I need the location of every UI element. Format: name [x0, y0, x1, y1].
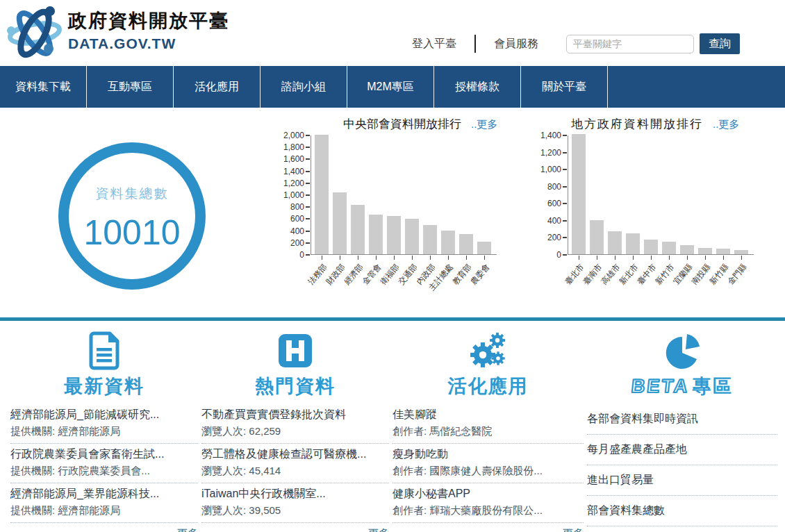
- item-subtitle: 提供機關: 經濟部能源局: [10, 423, 198, 439]
- item-subtitle: 創作者: 輝瑞大藥廠股份有限公...: [392, 502, 584, 518]
- chart-more-link[interactable]: ..更多: [471, 118, 497, 131]
- hospital-icon: [201, 331, 389, 371]
- search-input[interactable]: [566, 35, 694, 53]
- x-tick-mark: [597, 256, 597, 260]
- bar: [734, 250, 748, 254]
- column-hot-data: 熱門資料 不動產買賣實價登錄批次資料 瀏覽人次: 62,259 勞工體格及健康檢…: [201, 331, 389, 532]
- atom-logo-icon: [6, 3, 64, 63]
- y-tick-mark: [306, 183, 310, 184]
- beta-wordmark: BETA: [631, 376, 691, 397]
- y-tick-label: 1,000: [283, 190, 304, 200]
- bar: [477, 242, 491, 254]
- item-title[interactable]: 經濟部能源局_節能減碳研究...: [10, 406, 198, 423]
- item-title[interactable]: 勞工體格及健康檢查認可醫療機...: [201, 446, 389, 463]
- login-link[interactable]: 登入平臺: [412, 37, 456, 51]
- section-title-beta: BETA專區: [587, 374, 777, 399]
- item-title[interactable]: 經濟部能源局_業界能源科技...: [10, 485, 198, 502]
- y-tick-label: 200: [290, 238, 304, 248]
- chart-title: 中央部會資料開放排行: [343, 116, 461, 132]
- chart-more-link[interactable]: ..更多: [713, 118, 739, 131]
- item-subtitle: 提供機關: 經濟部能源局: [10, 502, 198, 518]
- nav-item-interactive[interactable]: 互動專區: [87, 66, 174, 108]
- x-tick-mark: [466, 256, 467, 260]
- more-link-latest[interactable]: 更多: [10, 527, 198, 532]
- x-category-label: 衛福部: [378, 262, 402, 287]
- y-tick-label: 400: [290, 226, 304, 236]
- plot-area: 法務部財政部經濟部金管會衛福部交通部內政部主計總處教育部農委會: [311, 135, 497, 255]
- y-tick-mark: [306, 194, 310, 196]
- y-tick-mark: [563, 254, 567, 256]
- x-category-label: 經濟部: [342, 262, 365, 287]
- x-tick-mark: [669, 256, 670, 260]
- nav-item-advisory[interactable]: 諮詢小組: [261, 66, 347, 108]
- x-tick-mark: [687, 256, 688, 260]
- x-category-label: 農委會: [468, 262, 492, 287]
- x-tick-mark: [741, 256, 742, 260]
- list-item: 各部會資料集即時資訊: [587, 404, 777, 435]
- list-item: 勞工體格及健康檢查認可醫療機... 瀏覽人次: 45,414: [201, 444, 389, 483]
- bar: [716, 249, 730, 254]
- bar: [608, 231, 622, 254]
- header-actions: 登入平臺 會員服務 查詢: [412, 33, 740, 54]
- item-title[interactable]: 佳美腳蹤: [392, 406, 584, 423]
- brand: 政府資料開放平臺 DATA.GOV.TW: [68, 8, 229, 52]
- search-button[interactable]: 查詢: [700, 33, 740, 54]
- bar: [387, 216, 401, 254]
- site-logo-icon[interactable]: [6, 3, 64, 63]
- list-item: 每月盛產農產品產地: [587, 435, 777, 465]
- bar: [626, 233, 640, 254]
- y-tick-label: 200: [547, 233, 561, 242]
- bar: [369, 215, 383, 254]
- site-subtitle: DATA.GOV.TW: [68, 35, 229, 52]
- x-category-label: 財政部: [324, 262, 347, 287]
- main-nav: 資料集下載 互動專區 活化應用 諮詢小組 M2M專區 授權條款 關於平臺: [0, 66, 785, 108]
- x-tick-mark: [358, 256, 358, 260]
- bar: [680, 245, 694, 255]
- nav-item-datasets[interactable]: 資料集下載: [0, 66, 87, 108]
- y-tick-label: 1,800: [283, 142, 304, 152]
- item-title[interactable]: 每月盛產農產品產地: [587, 441, 777, 458]
- item-title[interactable]: 部會資料集總數: [587, 502, 777, 519]
- x-tick-mark: [484, 256, 485, 260]
- header-divider: [474, 35, 476, 53]
- gears-icon: [392, 331, 584, 371]
- y-tick-mark: [306, 135, 310, 136]
- item-title[interactable]: 行政院農業委員會家畜衛生試...: [10, 446, 198, 463]
- item-subtitle: 創作者: 國際康健人壽保險股份...: [392, 463, 584, 479]
- list-item: 行政院農業委員會家畜衛生試... 提供機關: 行政院農業委員會...: [10, 444, 198, 483]
- column-beta: BETA專區 各部會資料集即時資訊 每月盛產農產品產地 進出口貿易量 部會資料集…: [587, 331, 777, 532]
- beta-suffix: 專區: [693, 376, 733, 397]
- item-title[interactable]: 各部會資料集即時資訊: [587, 410, 777, 427]
- item-title[interactable]: iTaiwan中央行政機關室...: [201, 485, 389, 502]
- bar: [405, 219, 419, 254]
- more-link-hot[interactable]: 更多: [201, 527, 389, 532]
- list-applications: 佳美腳蹤 創作者: 馬偕紀念醫院 瘦身動吃動 創作者: 國際康健人壽保險股份..…: [392, 404, 584, 523]
- chart-central-agencies: 中央部會資料開放排行 ..更多 02004006008001,0001,2001…: [278, 116, 507, 310]
- member-services-link[interactable]: 會員服務: [494, 37, 538, 51]
- more-link-applications[interactable]: 更多: [392, 527, 584, 532]
- nav-item-license[interactable]: 授權條款: [434, 66, 521, 108]
- item-title[interactable]: 健康小秘書APP: [392, 485, 584, 502]
- nav-item-about[interactable]: 關於平臺: [521, 66, 608, 108]
- x-tick-mark: [376, 256, 377, 260]
- x-tick-mark: [615, 256, 615, 260]
- y-tick-label: 1,200: [283, 178, 304, 188]
- y-tick-label: 1,000: [540, 165, 561, 174]
- x-tick-mark: [633, 256, 634, 260]
- nav-item-m2m[interactable]: M2M專區: [347, 66, 434, 108]
- bar: [698, 248, 712, 254]
- x-tick-mark: [430, 256, 431, 260]
- item-title[interactable]: 不動產買賣實價登錄批次資料: [201, 406, 389, 423]
- dataset-total-widget: 資料集總數 10010: [58, 142, 206, 290]
- item-title[interactable]: 進出口貿易量: [587, 472, 777, 488]
- item-subtitle: 瀏覽人次: 45,414: [201, 463, 389, 479]
- list-item: 進出口貿易量: [587, 465, 777, 496]
- list-item: 不動產買賣實價登錄批次資料 瀏覽人次: 62,259: [201, 404, 389, 444]
- y-tick-label: 0: [556, 250, 561, 260]
- section-title-hot: 熱門資料: [201, 374, 389, 399]
- bar: [644, 240, 658, 254]
- nav-item-applications[interactable]: 活化應用: [174, 66, 261, 108]
- item-title[interactable]: 瘦身動吃動: [392, 446, 584, 463]
- chart-local-governments: 地方政府資料開放排行 ..更多 02004006008001,0001,2001…: [535, 116, 785, 310]
- y-tick-mark: [306, 218, 310, 219]
